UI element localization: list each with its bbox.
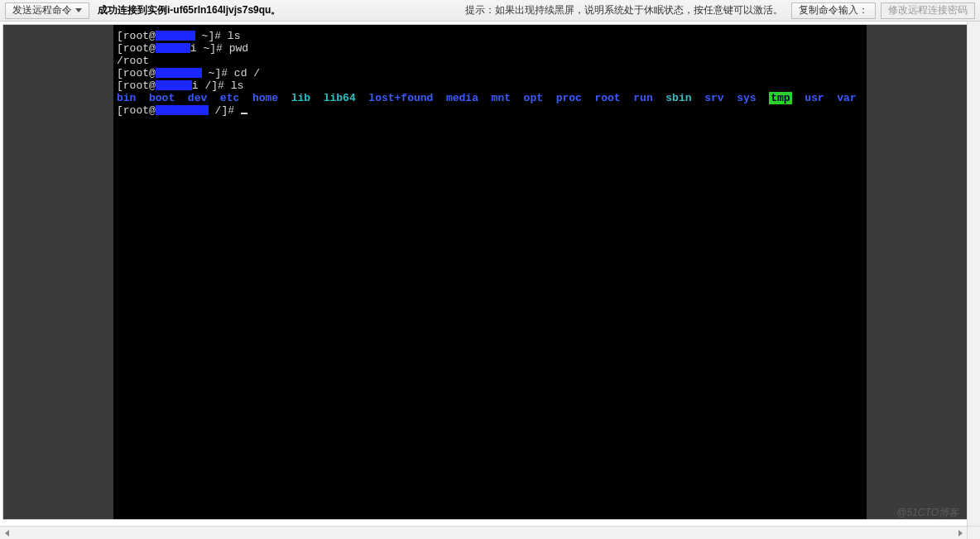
vertical-scrollbar[interactable] (967, 22, 980, 526)
change-password-button[interactable]: 修改远程连接密码 (881, 2, 975, 19)
send-remote-cmd-button[interactable]: 发送远程命令 (5, 2, 89, 19)
redacted-host (156, 31, 195, 41)
term-line-5: [root@i /]# ls (117, 79, 863, 92)
redacted-host (156, 43, 190, 53)
viewer-border: [root@ ~]# ls [root@i ~]# pwd /root [roo… (2, 24, 978, 520)
terminal[interactable]: [root@ ~]# ls [root@i ~]# pwd /root [roo… (113, 25, 867, 519)
term-line-7: [root@ /]# (117, 104, 863, 117)
redacted-host (156, 68, 202, 78)
cursor-icon (241, 113, 247, 114)
scrollbar-corner (967, 526, 980, 539)
viewer-area: [root@ ~]# ls [root@i ~]# pwd /root [roo… (0, 22, 980, 522)
copy-cmd-input-label: 复制命令输入： (799, 3, 868, 17)
top-toolbar: 发送远程命令 成功连接到实例i-uf65rln164ljvjs7s9qu。 提示… (0, 0, 980, 22)
copy-cmd-input-button[interactable]: 复制命令输入： (791, 2, 876, 19)
term-line-2: [root@i ~]# pwd (117, 42, 863, 55)
scrollbar-track[interactable] (13, 527, 954, 540)
caret-down-icon (75, 8, 82, 12)
term-line-4: [root@ ~]# cd / (117, 67, 863, 79)
redacted-host (156, 105, 209, 115)
scroll-left-button[interactable] (0, 527, 13, 540)
change-password-label: 修改远程连接密码 (888, 3, 968, 17)
scroll-right-button[interactable] (954, 527, 967, 540)
tmp-dir: tmp (769, 92, 791, 104)
term-line-1: [root@ ~]# ls (117, 30, 863, 42)
horizontal-scrollbar[interactable] (0, 526, 967, 539)
arrow-right-icon (958, 530, 963, 537)
term-line-6-ls-output: bin boot dev etc home lib lib64 lost+fou… (117, 92, 863, 104)
send-remote-cmd-label: 发送远程命令 (12, 3, 72, 17)
connection-status: 成功连接到实例i-uf65rln164ljvjs7s9qu。 (98, 3, 281, 17)
hint-text: 提示：如果出现持续黑屏，说明系统处于休眠状态，按任意键可以激活。 (465, 3, 783, 17)
term-line-3: /root (117, 55, 863, 67)
redacted-host (156, 80, 192, 90)
arrow-left-icon (5, 530, 9, 537)
